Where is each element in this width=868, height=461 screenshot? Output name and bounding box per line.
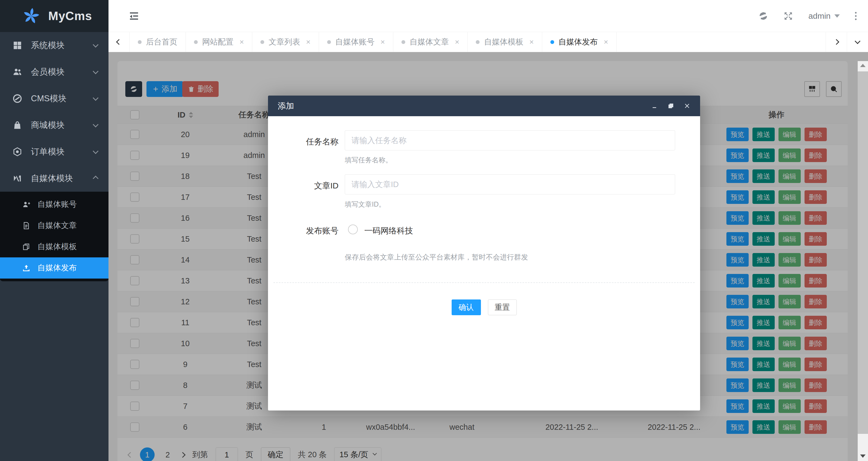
tab-tools — [826, 32, 868, 52]
sidebar-item-mall[interactable]: 商城模块 — [0, 112, 108, 139]
tabs-menu-button[interactable] — [847, 32, 868, 52]
sidebar-item-media[interactable]: 自媒体模块 — [0, 165, 108, 192]
sidebar: MyCms 系统模块会员模块CMS模块商城模块订单模块自媒体模块 自媒体账号自媒… — [0, 0, 108, 461]
confirm-button[interactable]: 确认 — [452, 299, 481, 315]
article-id-help: 填写文章ID。 — [345, 200, 385, 209]
sidebar-subitem-copy[interactable]: 自媒体模板 — [0, 236, 108, 257]
copy-icon — [22, 243, 30, 251]
fullscreen-icon[interactable] — [783, 11, 793, 21]
sidebar-toggle-icon[interactable] — [129, 10, 140, 22]
tab-1[interactable]: 后台首页 — [130, 32, 186, 52]
sidebar-subitem-label: 自媒体账号 — [37, 199, 77, 210]
tabs-scroll-right-button[interactable] — [826, 32, 847, 52]
sidebar-subitem-label: 自媒体模板 — [37, 241, 77, 252]
tabs-scroll-left-button[interactable] — [108, 32, 130, 52]
tab-dot — [260, 40, 264, 44]
close-icon[interactable]: × — [529, 38, 533, 47]
sidebar-item-label: 系统模块 — [31, 40, 65, 51]
minimize-icon[interactable] — [651, 103, 658, 109]
sidebar-item-label: 会员模块 — [31, 66, 65, 78]
close-icon[interactable] — [684, 103, 690, 109]
tab-dot — [550, 40, 554, 44]
publish-account-help: 保存后会将文章上传至公众平台素材库，暂时不会进行群发 — [345, 253, 528, 262]
reset-button[interactable]: 重置 — [488, 299, 517, 315]
sidebar-item-label: 商城模块 — [31, 119, 65, 131]
caret-down-icon — [834, 15, 840, 18]
refresh-icon[interactable] — [758, 11, 768, 21]
tab-label: 自媒体文章 — [410, 37, 449, 48]
sidebar-item-label: 自媒体模块 — [31, 173, 73, 184]
task-name-help: 填写任务名称。 — [345, 155, 392, 165]
dialog-header[interactable]: 添加 — [268, 95, 700, 116]
tabs: 后台首页网站配置×文章列表×自媒体账号×自媒体文章×自媒体模板×自媒体发布× — [130, 32, 826, 52]
chevron-down-icon — [93, 95, 98, 101]
sidebar-submenu: 自媒体账号自媒体文章自媒体模板自媒体发布 — [0, 192, 108, 281]
dialog-footer: 确认 重置 — [268, 299, 700, 315]
sidebar-item-order[interactable]: 订单模块 — [0, 139, 108, 165]
media-icon — [12, 173, 22, 183]
sidebar-subitem-label: 自媒体文章 — [37, 220, 77, 231]
tab-5[interactable]: 自媒体文章× — [393, 32, 468, 52]
cms-icon — [12, 94, 22, 104]
tab-dot — [138, 40, 142, 44]
users-icon — [12, 67, 22, 77]
tab-3[interactable]: 文章列表× — [252, 32, 319, 52]
tab-2[interactable]: 网站配置× — [186, 32, 252, 52]
tab-label: 文章列表 — [269, 37, 300, 48]
chevron-left-icon — [116, 39, 122, 45]
chevron-up-icon — [93, 175, 98, 181]
order-icon — [12, 147, 22, 157]
close-icon[interactable]: × — [306, 38, 310, 47]
username: admin — [808, 11, 831, 21]
task-name-input[interactable] — [345, 130, 675, 150]
chevron-down-icon — [93, 122, 98, 127]
tab-4[interactable]: 自媒体账号× — [319, 32, 393, 52]
sidebar-item-users[interactable]: 会员模块 — [0, 59, 108, 85]
close-icon[interactable]: × — [455, 38, 459, 47]
chevron-down-icon — [93, 148, 98, 154]
tab-dot — [327, 40, 331, 44]
dialog-window-controls — [651, 103, 690, 109]
article-id-input[interactable] — [345, 174, 675, 194]
app-root: MyCms 系统模块会员模块CMS模块商城模块订单模块自媒体模块 自媒体账号自媒… — [0, 0, 868, 461]
chevron-right-icon — [834, 39, 839, 45]
sidebar-item-modules[interactable]: 系统模块 — [0, 32, 108, 59]
file-icon — [22, 222, 30, 230]
scrollbar-thumb[interactable] — [858, 71, 868, 434]
tab-6[interactable]: 自媒体模板× — [468, 32, 542, 52]
tab-label: 自媒体账号 — [335, 37, 375, 48]
app-title: MyCms — [48, 9, 92, 23]
sidebar-subitem-user-plus[interactable]: 自媒体账号 — [0, 194, 108, 215]
close-icon[interactable]: × — [380, 38, 385, 47]
modules-icon — [12, 40, 22, 50]
task-name-label: 任务名称 — [279, 136, 339, 147]
more-menu-icon[interactable] — [855, 12, 857, 20]
page-scrollbar[interactable] — [858, 61, 868, 461]
sidebar-subitem-upload[interactable]: 自媒体发布 — [0, 257, 108, 279]
user-plus-icon — [22, 200, 30, 208]
sidebar-subitem-file[interactable]: 自媒体文章 — [0, 215, 108, 236]
chevron-down-icon — [855, 38, 860, 44]
close-icon[interactable]: × — [240, 38, 244, 47]
tab-label: 网站配置 — [202, 37, 234, 48]
add-dialog: 添加 任务名称 填写任务名称。 文章ID 填写文章ID。 发布账号 一码网络科技… — [268, 95, 700, 410]
logo-icon — [22, 6, 41, 26]
sidebar-item-cms[interactable]: CMS模块 — [0, 85, 108, 112]
tab-dot — [194, 40, 198, 44]
user-menu[interactable]: admin — [808, 11, 840, 21]
scroll-down-arrow[interactable] — [860, 455, 866, 458]
topbar: admin — [108, 0, 868, 32]
scroll-up-arrow[interactable] — [860, 64, 866, 67]
close-icon[interactable]: × — [604, 38, 608, 47]
tab-label: 自媒体模板 — [484, 37, 523, 48]
tab-dot — [476, 40, 479, 44]
account-radio[interactable] — [348, 225, 358, 234]
topbar-actions: admin — [758, 11, 857, 21]
mall-icon — [12, 120, 22, 130]
tab-7[interactable]: 自媒体发布× — [542, 32, 617, 52]
tab-bar: 后台首页网站配置×文章列表×自媒体账号×自媒体文章×自媒体模板×自媒体发布× — [108, 32, 868, 52]
maximize-icon[interactable] — [668, 103, 674, 109]
sidebar-item-label: 订单模块 — [31, 146, 65, 157]
publish-account-label: 发布账号 — [279, 225, 339, 236]
chevron-down-icon — [93, 42, 98, 48]
